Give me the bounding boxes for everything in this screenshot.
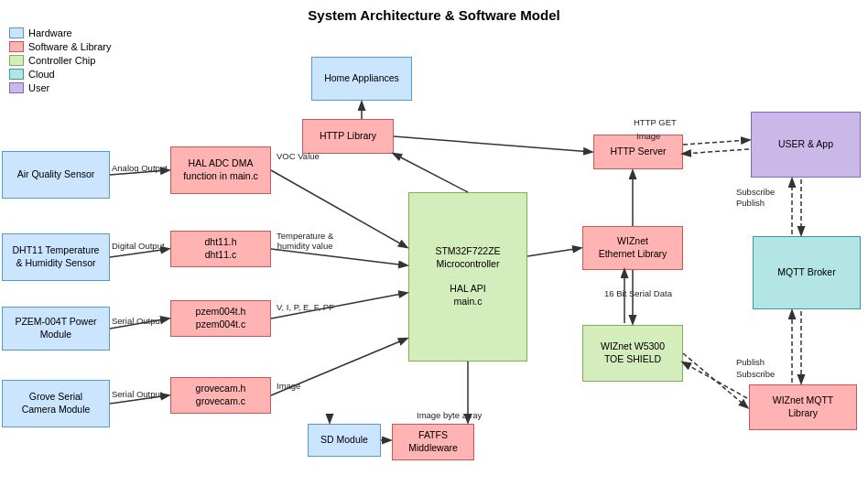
http-lib-box: HTTP Library [302,119,394,154]
legend-controller: Controller Chip [9,55,111,66]
serial-output1-label: Serial Output [112,316,162,326]
svg-line-13 [527,248,580,256]
wiznet-w5300-box: WIZnet W5300TOE SHIELD [582,325,683,382]
legend-user-color [9,82,24,93]
grovecam-lib-box: grovecam.hgrovecam.c [170,377,271,414]
analog-output-label: Analog Output [112,163,168,173]
svg-line-11 [683,140,749,145]
dht11-lib-box: dht11.hdht11.c [170,231,271,267]
legend-cloud: Cloud [9,69,111,80]
legend-hardware: Hardware [9,27,111,38]
legend: Hardware Software & Library Controller C… [9,27,111,96]
diagram-title: System Architecture & Software Model [0,0,868,23]
temp-humidity-label: Temperature &humidity value [277,231,333,252]
home-appliances-box: Home Appliances [311,57,412,101]
voc-value-label: VOC Value [277,151,320,161]
stm32-label: STM32F722ZEMicrocontrollerHAL APImain.c [435,245,500,308]
legend-user-label: User [28,82,49,93]
img-label2: Image [636,131,660,141]
pzem-lib-box: pzem004t.hpzem004t.c [170,300,271,337]
svg-line-8 [394,154,468,192]
svg-line-9 [394,136,591,152]
digital-output-label: Digital Output [112,241,165,251]
svg-line-12 [683,149,749,154]
serial-output2-label: Serial Output [112,389,162,399]
hal-adc-box: HAL ADC DMAfunction in main.c [170,146,271,194]
legend-hw-color [9,27,24,38]
sd-module-box: SD Module [308,424,381,457]
publish-label: Publish [736,198,765,208]
legend-sw-label: Software & Library [28,41,111,52]
svg-line-22 [683,362,747,398]
legend-software: Software & Library [9,41,111,52]
legend-ctrl-color [9,55,24,66]
subscribe2-label: Subscribe [736,369,775,379]
user-app-box: USER & App [751,112,861,178]
publish2-label: Publish [736,357,765,367]
http-get-label: HTTP GET [634,117,677,127]
legend-sw-color [9,41,24,52]
legend-hw-label: Hardware [28,27,72,38]
wiznet-eth-box: WIZnetEthernet Library [582,226,683,270]
grove-camera-box: Grove SerialCamera Module [2,380,110,427]
legend-cloud-label: Cloud [28,69,55,80]
mqtt-broker-box: MQTT Broker [753,236,861,309]
vipef-label: V, I, P, E, F, PF [277,302,334,312]
subscribe-label: Subscribe [736,187,775,197]
legend-cloud-color [9,69,24,80]
image-byte-label: Image byte array [417,410,482,420]
legend-user: User [9,82,111,93]
stm32-box: STM32F722ZEMicrocontrollerHAL APImain.c [408,192,527,362]
air-quality-sensor-box: Air Quality Sensor [2,151,110,199]
image-label: Image [277,381,300,391]
bit16-label: 16 Bit Serial Data [604,288,672,298]
dht11-sensor-box: DHT11 Temperature& Humidity Sensor [2,233,110,281]
legend-ctrl-label: Controller Chip [28,55,95,66]
diagram-container: System Architecture & Software Model Har… [0,0,868,486]
fatfs-box: FATFSMiddleware [392,424,474,460]
pzem-module-box: PZEM-004T PowerModule [2,307,110,351]
wiznet-mqtt-box: WIZnet MQTTLibrary [749,384,857,430]
